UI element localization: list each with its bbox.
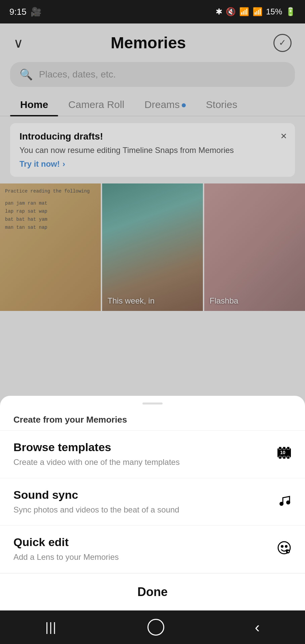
status-left: 9:15 🎥: [9, 7, 41, 17]
sheet-handle: [142, 402, 163, 405]
film-icon: 10: [277, 445, 292, 463]
battery-text: 15%: [266, 7, 282, 16]
svg-rect-5: [283, 456, 286, 459]
camera-icon: 🎥: [31, 7, 41, 17]
svg-rect-2: [283, 447, 286, 449]
quick-edit-item[interactable]: Quick edit Add a Lens to your Memories ✦: [0, 526, 305, 573]
browse-templates-desc: Create a video with one of the many temp…: [13, 457, 270, 468]
svg-text:10: 10: [280, 450, 286, 455]
bottom-sheet: Create from your Memories Browse templat…: [0, 396, 305, 610]
sound-sync-item[interactable]: Sound sync Sync photos and videos to the…: [0, 478, 305, 526]
svg-point-11: [281, 545, 284, 548]
bluetooth-icon: ✱: [216, 7, 222, 16]
mute-icon: 🔇: [226, 7, 236, 16]
music-icon: [278, 494, 292, 510]
back-nav-icon[interactable]: ‹: [255, 619, 260, 636]
quick-edit-desc: Add a Lens to your Memories: [13, 551, 270, 563]
bottom-navigation: ||| ‹: [0, 610, 305, 644]
browse-templates-item[interactable]: Browse templates Create a video with one…: [0, 431, 305, 478]
signal-icon: 📶: [253, 7, 263, 16]
svg-rect-4: [279, 456, 281, 459]
done-button[interactable]: Done: [0, 573, 305, 610]
status-time: 9:15: [9, 7, 27, 17]
sound-sync-desc: Sync photos and videos to the beat of a …: [13, 504, 271, 516]
svg-text:✦: ✦: [287, 550, 290, 553]
home-nav-icon[interactable]: [147, 619, 164, 636]
sound-sync-title: Sound sync: [13, 488, 271, 501]
svg-point-9: [286, 500, 290, 504]
battery-icon: 🔋: [286, 7, 296, 16]
quick-edit-title: Quick edit: [13, 536, 270, 549]
status-bar: 9:15 🎥 ✱ 🔇 📶 📶 15% 🔋: [0, 0, 305, 23]
svg-rect-6: [287, 456, 290, 459]
svg-point-8: [279, 502, 284, 506]
sheet-header: Create from your Memories: [0, 411, 305, 431]
browse-templates-title: Browse templates: [13, 441, 270, 454]
wifi-icon: 📶: [239, 7, 249, 16]
lens-icon: ✦: [277, 540, 292, 558]
svg-rect-3: [287, 447, 290, 449]
svg-rect-1: [279, 447, 281, 449]
svg-point-12: [285, 545, 288, 548]
recent-apps-icon[interactable]: |||: [45, 620, 57, 634]
status-right: ✱ 🔇 📶 📶 15% 🔋: [216, 7, 296, 16]
app-container: ∨ Memories ✓ 🔍 Places, dates, etc. Home …: [0, 23, 305, 610]
